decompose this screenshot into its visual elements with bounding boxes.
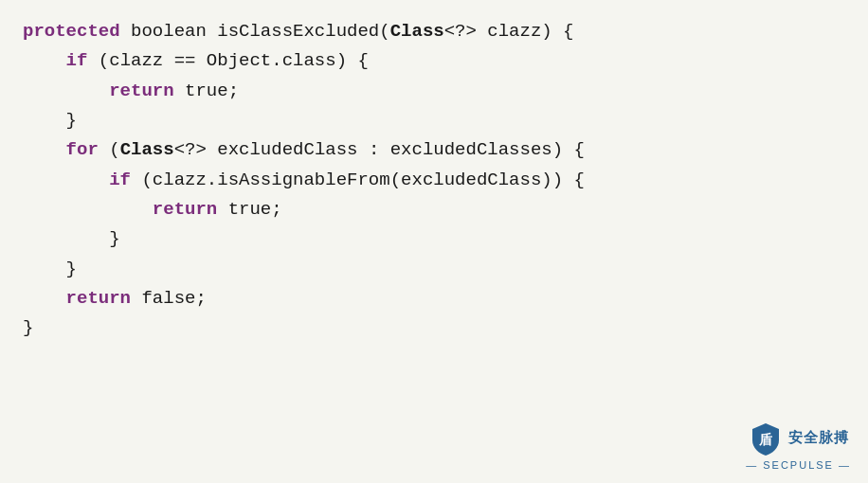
code-token: boolean isClassExcluded( bbox=[120, 17, 390, 46]
code-token: Class bbox=[120, 135, 174, 165]
code-token: } bbox=[23, 224, 120, 254]
code-token: } bbox=[23, 255, 77, 284]
code-token: ( bbox=[99, 135, 120, 165]
code-token: for bbox=[66, 135, 99, 165]
code-token bbox=[23, 135, 66, 165]
code-line: if (clazz.isAssignableFrom(excludedClass… bbox=[23, 166, 845, 195]
code-line: } bbox=[23, 224, 845, 254]
code-token bbox=[23, 284, 66, 313]
code-line: for (Class<?> excludedClass : excludedCl… bbox=[23, 135, 845, 165]
code-token: true; bbox=[217, 195, 281, 224]
code-token bbox=[23, 46, 66, 76]
code-token: return bbox=[109, 77, 173, 106]
code-token: Class bbox=[390, 17, 444, 46]
watermark: 盾 安全脉搏 — SECPULSE — bbox=[746, 421, 851, 474]
code-line: } bbox=[23, 313, 845, 343]
code-token: if bbox=[66, 46, 88, 76]
svg-text:盾: 盾 bbox=[758, 432, 773, 448]
code-token: <?> excludedClass : excludedClasses) { bbox=[174, 135, 585, 165]
code-token: } bbox=[23, 313, 33, 343]
code-token: if bbox=[109, 166, 131, 195]
code-token: (clazz.isAssignableFrom(excludedClass)) … bbox=[131, 166, 585, 195]
code-line: return true; bbox=[23, 77, 845, 106]
shield-icon: 盾 bbox=[749, 421, 783, 456]
code-token: <?> clazz) { bbox=[444, 17, 574, 46]
code-line: } bbox=[23, 255, 845, 284]
code-token bbox=[23, 77, 109, 106]
code-token: protected bbox=[23, 17, 120, 46]
code-token: return bbox=[66, 284, 131, 313]
code-line: return false; bbox=[23, 284, 845, 313]
code-token: false; bbox=[131, 284, 207, 313]
code-line: } bbox=[23, 106, 845, 135]
watermark-sub-text: — SECPULSE — bbox=[746, 456, 851, 474]
code-token: (clazz == Object.class) { bbox=[87, 46, 368, 76]
code-block: protected boolean isClassExcluded(Class<… bbox=[0, 0, 868, 483]
code-token bbox=[23, 195, 153, 224]
code-token: return bbox=[153, 195, 217, 224]
code-token bbox=[23, 166, 109, 195]
code-line: protected boolean isClassExcluded(Class<… bbox=[23, 17, 845, 46]
code-line: return true; bbox=[23, 195, 845, 224]
code-token: true; bbox=[174, 77, 239, 106]
code-line: if (clazz == Object.class) { bbox=[23, 46, 845, 76]
code-token: } bbox=[23, 106, 77, 135]
watermark-main-text: 安全脉搏 bbox=[788, 426, 849, 450]
